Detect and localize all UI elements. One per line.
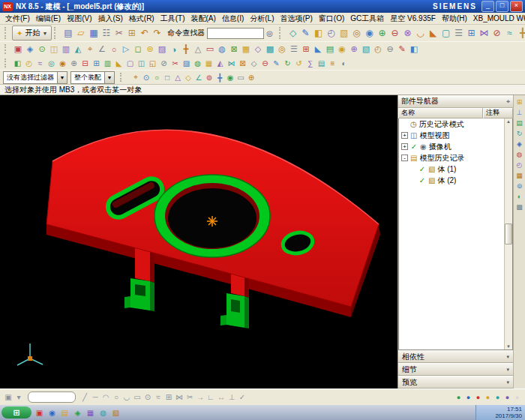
cut-icon[interactable]: ✂: [112, 27, 125, 40]
chevron-down-icon[interactable]: ▼: [57, 72, 67, 83]
refresh-icon[interactable]: ▣: [12, 44, 24, 56]
menu-item-12[interactable]: GC工具箱: [347, 13, 387, 25]
mirror-body-icon[interactable]: ◇: [248, 58, 260, 69]
checkmark-icon[interactable]: ✓: [418, 176, 426, 184]
line-tool-icon[interactable]: ╋: [180, 44, 192, 56]
control-point-icon[interactable]: □: [162, 72, 172, 82]
scroll-thumb[interactable]: [505, 224, 512, 244]
menu-item-7[interactable]: 装配(A): [188, 13, 218, 25]
shell-icon[interactable]: ▢: [440, 27, 452, 40]
move-to-layer-icon[interactable]: ◉: [336, 44, 348, 56]
circle-icon[interactable]: ○: [111, 392, 122, 403]
emboss-tool-icon[interactable]: ◭: [214, 58, 226, 69]
os-start-button[interactable]: ⊞: [2, 406, 32, 418]
toolbar-grip[interactable]: [54, 27, 59, 38]
rotate-view-icon[interactable]: ▥: [60, 44, 72, 56]
constraint-icon[interactable]: ⊥: [226, 392, 237, 403]
line-icon[interactable]: ─: [90, 392, 100, 403]
minimize-button[interactable]: _: [482, 1, 494, 12]
arc-center-icon[interactable]: ◇: [183, 72, 194, 82]
tree-row[interactable]: ◷历史记录模式: [399, 118, 512, 130]
existing-point-icon[interactable]: ⊚: [204, 72, 214, 82]
checkmark-icon[interactable]: ✓: [418, 165, 426, 173]
tree-row[interactable]: +◫模型视图: [399, 130, 512, 141]
join-tool-icon[interactable]: ⋈: [226, 58, 237, 69]
menu-item-15[interactable]: XB_MOULD W6.T: [470, 14, 525, 23]
snap-point-icon[interactable]: ⌖: [130, 72, 141, 82]
show-hide-icon[interactable]: ⊞: [300, 44, 312, 56]
tray-app-4-icon[interactable]: ●: [483, 392, 493, 402]
pad-tool-icon[interactable]: ⊞: [91, 58, 102, 69]
immediate-hide-icon[interactable]: ◣: [312, 44, 324, 56]
face-analysis-icon[interactable]: ▷: [120, 44, 132, 56]
pattern-feature-icon[interactable]: ⊞: [465, 27, 478, 40]
wcs-triad-icon[interactable]: [17, 344, 43, 365]
revolve-tool-icon[interactable]: ◴: [23, 58, 34, 69]
tube-tool-icon[interactable]: ◎: [46, 58, 57, 69]
maximize-button[interactable]: □: [496, 1, 508, 12]
edit-feature-icon[interactable]: ✎: [271, 58, 282, 69]
panel-section-3[interactable]: 预览▾: [398, 376, 513, 388]
datum-plane-icon[interactable]: ◇: [286, 27, 299, 40]
column-header-name[interactable]: 名称: [398, 108, 483, 118]
tray-app-5-icon[interactable]: ●: [493, 392, 502, 402]
column-header-comment[interactable]: 注释: [483, 108, 513, 118]
toolbar-grip[interactable]: [4, 27, 10, 38]
draft-tool-icon[interactable]: ◣: [113, 58, 124, 69]
menu-item-1[interactable]: 文件(F): [2, 13, 33, 25]
status-input-field[interactable]: [28, 392, 76, 403]
quick-launch-6-icon[interactable]: ◍: [98, 407, 109, 418]
view-section-icon[interactable]: ⊚: [144, 44, 156, 56]
thread-icon[interactable]: ☰: [452, 27, 465, 40]
menu-item-4[interactable]: 插入(S): [94, 13, 125, 25]
reuse-library-icon[interactable]: ↻: [514, 128, 524, 138]
edit-display-icon[interactable]: ☰: [288, 44, 300, 56]
cue-options-icon[interactable]: ▾: [14, 392, 24, 403]
trim-tool-icon[interactable]: ✂: [170, 58, 181, 69]
pin-icon[interactable]: ⌖: [506, 98, 510, 106]
playback-forward-icon[interactable]: ↻: [282, 58, 293, 69]
rectangle-tool-icon[interactable]: ▭: [204, 44, 216, 56]
tree-row[interactable]: ✓▧体 (1): [399, 164, 512, 175]
extrude-icon[interactable]: ◧: [312, 27, 325, 40]
zoom-icon[interactable]: ⊙: [36, 44, 48, 56]
orient-view-icon[interactable]: ◴: [372, 44, 384, 56]
information-tool-icon[interactable]: ◧: [408, 44, 420, 56]
measure-angle-icon[interactable]: ▩: [264, 44, 276, 56]
quick-extend-icon[interactable]: →: [195, 392, 206, 403]
split-body-icon[interactable]: ⊘: [158, 58, 170, 69]
synchronous-modeling-icon[interactable]: ◐: [338, 58, 350, 69]
layer-settings-icon[interactable]: ◻: [132, 44, 144, 56]
wrap-tool-icon[interactable]: ◍: [192, 58, 203, 69]
revolve-icon[interactable]: ◴: [325, 27, 338, 40]
web-browser-icon[interactable]: ◍: [514, 149, 524, 159]
system-materials-icon[interactable]: ▦: [514, 170, 524, 180]
quick-launch-4-icon[interactable]: ◈: [72, 407, 83, 418]
quick-launch-5-icon[interactable]: ▦: [85, 407, 96, 418]
tree-row[interactable]: ✓▧体 (2): [399, 175, 512, 186]
tree-row[interactable]: +✓◉摄像机: [399, 141, 512, 152]
tray-app-1-icon[interactable]: ●: [454, 392, 464, 402]
make-corner-icon[interactable]: ∟: [206, 392, 216, 403]
move-object-icon[interactable]: ╋: [516, 27, 525, 40]
quick-trim-icon[interactable]: ✂: [184, 392, 195, 403]
tray-app-7-icon[interactable]: ●: [512, 392, 522, 402]
toolbar-grip[interactable]: [279, 27, 284, 38]
toolbar-grip[interactable]: [120, 73, 125, 82]
datum-csys-icon[interactable]: ▨: [156, 44, 168, 56]
point-on-curve-icon[interactable]: ╋: [214, 72, 225, 82]
quick-launch-3-icon[interactable]: ▤: [59, 407, 70, 418]
tree-scrollbar[interactable]: ▲ ▼: [504, 118, 512, 350]
selection-scope-dropdown[interactable]: 整个装配 ▼: [70, 71, 115, 84]
clock-tray[interactable]: 17:51 2017/9/30: [476, 405, 525, 420]
swept-tool-icon[interactable]: ≈: [34, 58, 46, 69]
fillet-icon[interactable]: ◡: [122, 392, 132, 403]
profile-icon[interactable]: ╱: [80, 392, 90, 403]
expander-icon[interactable]: -: [401, 154, 408, 161]
quick-launch-1-icon[interactable]: ▣: [34, 407, 45, 418]
perspective-icon[interactable]: ◭: [72, 44, 84, 56]
grid-settings-icon[interactable]: ▧: [360, 44, 372, 56]
copy-icon[interactable]: ⊞: [125, 27, 138, 40]
search-icon[interactable]: ◎: [266, 29, 273, 38]
snap-settings-icon[interactable]: ⊕: [348, 44, 360, 56]
